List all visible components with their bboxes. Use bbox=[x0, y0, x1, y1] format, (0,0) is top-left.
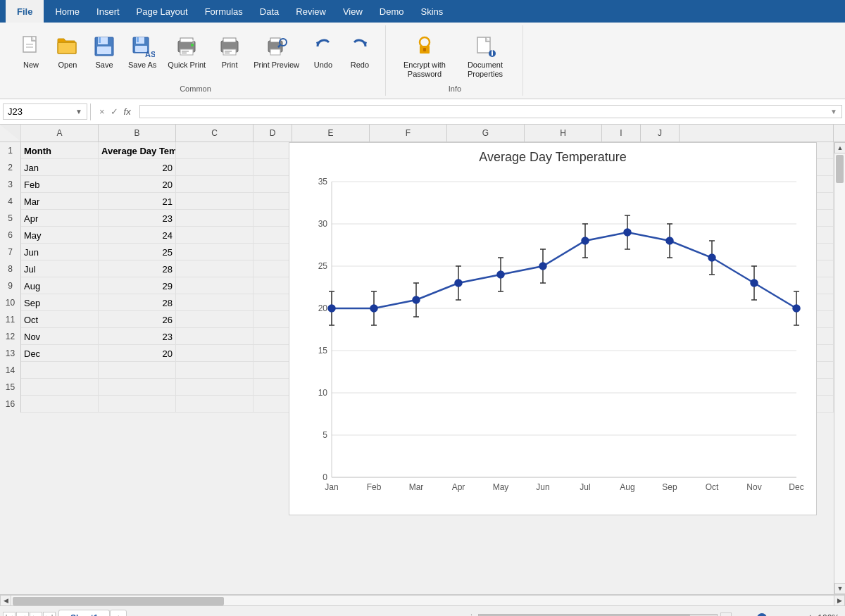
grid-cell[interactable] bbox=[254, 176, 292, 193]
skins-menu[interactable]: Skins bbox=[413, 0, 452, 23]
encrypt-button[interactable]: Encrypt with Password bbox=[396, 31, 453, 82]
add-sheet-button[interactable]: + bbox=[110, 610, 127, 616]
grid-cell[interactable]: Mar bbox=[21, 193, 99, 210]
grid-cell[interactable]: Apr bbox=[21, 210, 99, 227]
print-button[interactable]: Print bbox=[213, 31, 246, 73]
grid-cell[interactable] bbox=[176, 244, 254, 260]
grid-cell[interactable] bbox=[176, 396, 254, 413]
review-menu[interactable]: Review bbox=[287, 0, 334, 23]
cancel-formula-icon[interactable]: × bbox=[99, 106, 105, 117]
grid-cell[interactable]: 26 bbox=[99, 311, 176, 328]
h-scroll-track[interactable] bbox=[11, 595, 834, 606]
grid-cell[interactable]: 29 bbox=[99, 277, 176, 294]
grid-cell[interactable] bbox=[176, 362, 254, 379]
grid-cell[interactable]: 28 bbox=[99, 294, 176, 311]
view-menu[interactable]: View bbox=[334, 0, 371, 23]
print-preview-button[interactable]: Print Preview bbox=[249, 31, 303, 73]
grid-cell[interactable]: 24 bbox=[99, 227, 176, 244]
grid-cell[interactable]: 20 bbox=[99, 176, 176, 193]
scroll-left-button[interactable]: ◀ bbox=[0, 595, 11, 606]
insert-menu[interactable]: Insert bbox=[88, 0, 128, 23]
quick-print-button[interactable]: ? Quick Print bbox=[163, 31, 210, 73]
grid-cell[interactable] bbox=[254, 311, 292, 328]
grid-cell[interactable]: 28 bbox=[99, 260, 176, 277]
grid-cell[interactable] bbox=[254, 345, 292, 362]
grid-cell[interactable] bbox=[99, 362, 176, 379]
cell-reference-box[interactable]: J23 ▼ bbox=[3, 103, 87, 120]
grid-cell[interactable]: Average Day Temperature bbox=[99, 142, 176, 159]
grid-cell[interactable] bbox=[21, 379, 99, 396]
grid-cell[interactable] bbox=[254, 244, 292, 260]
grid-cell[interactable] bbox=[254, 193, 292, 210]
grid-cell[interactable] bbox=[176, 142, 254, 159]
redo-button[interactable]: Redo bbox=[343, 31, 377, 73]
last-sheet-button[interactable]: ▶| bbox=[43, 612, 56, 616]
zoom-minus[interactable]: − bbox=[734, 612, 744, 616]
demo-menu[interactable]: Demo bbox=[371, 0, 413, 23]
vertical-scrollbar[interactable]: ▲ ▼ bbox=[834, 142, 845, 594]
grid-cell[interactable]: Feb bbox=[21, 176, 99, 193]
grid-cell[interactable] bbox=[176, 260, 254, 277]
grid-cell[interactable]: Aug bbox=[21, 277, 99, 294]
grid-cell[interactable] bbox=[254, 362, 292, 379]
grid-cell[interactable]: May bbox=[21, 227, 99, 244]
grid-cell[interactable] bbox=[21, 396, 99, 413]
scroll-right-button[interactable]: ▶ bbox=[834, 595, 845, 606]
grid-cell[interactable]: 23 bbox=[99, 328, 176, 345]
scroll-up-button[interactable]: ▲ bbox=[834, 142, 845, 153]
grid-cell[interactable] bbox=[254, 260, 292, 277]
zoom-plus[interactable]: + bbox=[806, 612, 815, 616]
grid-cell[interactable] bbox=[254, 294, 292, 311]
grid-cell[interactable]: 23 bbox=[99, 210, 176, 227]
grid-cell[interactable]: Oct bbox=[21, 311, 99, 328]
grid-cell[interactable] bbox=[21, 362, 99, 379]
grid-cell[interactable]: 21 bbox=[99, 193, 176, 210]
save-as-button[interactable]: AS Save As bbox=[124, 31, 161, 73]
grid-cell[interactable] bbox=[254, 379, 292, 396]
grid-cell[interactable] bbox=[99, 379, 176, 396]
grid-cell[interactable] bbox=[176, 294, 254, 311]
grid-cell[interactable] bbox=[254, 227, 292, 244]
grid-cell[interactable]: Nov bbox=[21, 328, 99, 345]
grid-cell[interactable]: Month bbox=[21, 142, 99, 159]
grid-cell[interactable]: Jul bbox=[21, 260, 99, 277]
grid-cell[interactable]: 25 bbox=[99, 244, 176, 260]
grid-cell[interactable] bbox=[176, 311, 254, 328]
home-menu[interactable]: Home bbox=[46, 0, 88, 23]
fx-icon[interactable]: fx bbox=[124, 106, 131, 117]
grid-cell[interactable] bbox=[254, 159, 292, 176]
formulas-menu[interactable]: Formulas bbox=[196, 0, 251, 23]
grid-cell[interactable] bbox=[254, 328, 292, 345]
new-button[interactable]: New bbox=[14, 31, 48, 73]
grid-cell[interactable] bbox=[176, 277, 254, 294]
first-sheet-button[interactable]: |◀ bbox=[3, 612, 15, 616]
grid-cell[interactable] bbox=[254, 277, 292, 294]
grid-cell[interactable] bbox=[176, 227, 254, 244]
grid-cell[interactable] bbox=[176, 328, 254, 345]
prev-sheet-button[interactable]: ◀ bbox=[16, 612, 29, 616]
data-menu[interactable]: Data bbox=[251, 0, 287, 23]
grid-cell[interactable] bbox=[99, 396, 176, 413]
save-button[interactable]: Save bbox=[87, 31, 121, 73]
h-scroll-right2[interactable]: ▶ bbox=[720, 612, 732, 616]
grid-cell[interactable] bbox=[176, 159, 254, 176]
next-sheet-button[interactable]: ▶ bbox=[30, 612, 42, 616]
open-button[interactable]: Open bbox=[51, 31, 84, 73]
grid-cell[interactable] bbox=[176, 176, 254, 193]
grid-cell[interactable] bbox=[254, 396, 292, 413]
grid-cell[interactable]: Jun bbox=[21, 244, 99, 260]
doc-properties-button[interactable]: Document Properties bbox=[456, 31, 514, 82]
grid-cell[interactable]: 20 bbox=[99, 345, 176, 362]
grid-cell[interactable] bbox=[176, 210, 254, 227]
grid-cell[interactable]: Jan bbox=[21, 159, 99, 176]
grid-cell[interactable] bbox=[254, 210, 292, 227]
formula-input[interactable]: ▼ bbox=[139, 105, 842, 118]
grid-cell[interactable] bbox=[176, 193, 254, 210]
confirm-formula-icon[interactable]: ✓ bbox=[111, 106, 118, 117]
grid-cell[interactable]: Sep bbox=[21, 294, 99, 311]
grid-cell[interactable] bbox=[176, 379, 254, 396]
scroll-track[interactable] bbox=[834, 153, 845, 583]
file-menu[interactable]: File bbox=[6, 0, 44, 23]
undo-button[interactable]: Undo bbox=[306, 31, 340, 73]
grid-cell[interactable]: 20 bbox=[99, 159, 176, 176]
